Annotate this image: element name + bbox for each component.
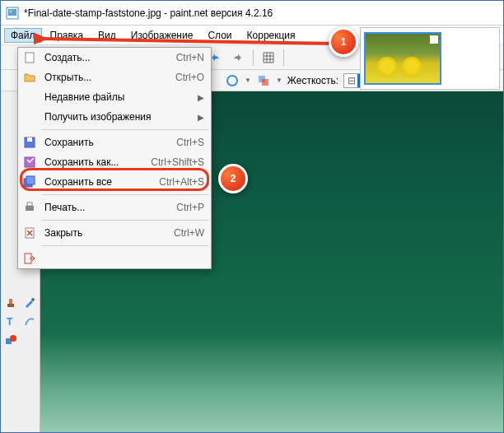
menu-item-new[interactable]: Создать... Ctrl+N — [18, 48, 211, 68]
blend-icon[interactable] — [256, 73, 271, 88]
menu-item-acquire[interactable]: Получить изображения ▶ — [18, 107, 211, 127]
svg-point-2 — [10, 10, 12, 12]
close-icon — [21, 226, 38, 240]
menu-edit[interactable]: Правка — [44, 28, 91, 43]
menu-item-exit[interactable] — [18, 249, 211, 268]
window-title: *Final-date-stamp-faststone.jpg - paint.… — [24, 7, 273, 19]
line-tool-icon[interactable] — [21, 312, 39, 330]
dropdown-icon[interactable]: ▼ — [245, 77, 251, 84]
callout-1: 1 — [329, 27, 358, 57]
print-icon — [21, 201, 38, 214]
menu-adjustments[interactable]: Коррекция — [240, 28, 302, 43]
hardness-label: Жесткость: — [287, 75, 338, 86]
menu-item-open[interactable]: Открыть... Ctrl+O — [18, 68, 211, 87]
svg-rect-6 — [7, 304, 14, 307]
svg-rect-17 — [26, 176, 35, 184]
titlebar: *Final-date-stamp-faststone.jpg - paint.… — [1, 1, 503, 26]
shapes-tool-icon[interactable] — [2, 331, 20, 349]
svg-rect-12 — [26, 53, 34, 63]
toolbar-redo-icon[interactable] — [228, 48, 248, 68]
submenu-arrow-icon: ▶ — [198, 93, 204, 102]
menu-item-close[interactable]: Закрыть Ctrl+W — [18, 223, 211, 243]
menu-view[interactable]: Вид — [91, 28, 123, 43]
menu-item-recent[interactable]: Недавние файлы ▶ — [18, 87, 211, 107]
tool-placeholder — [21, 331, 39, 349]
svg-text:T: T — [7, 316, 13, 328]
menu-separator — [41, 194, 209, 195]
menu-item-save[interactable]: Сохранить Ctrl+S — [18, 133, 211, 152]
svg-point-8 — [31, 298, 35, 301]
svg-rect-1 — [8, 9, 16, 16]
dropdown-icon[interactable]: ▼ — [276, 77, 282, 84]
save-icon — [21, 136, 38, 149]
svg-rect-7 — [9, 299, 12, 304]
menu-item-print[interactable]: Печать... Ctrl+P — [18, 198, 211, 217]
menu-separator — [41, 129, 209, 130]
toolbar-separator — [253, 49, 254, 66]
app-window: *Final-date-stamp-faststone.jpg - paint.… — [0, 0, 504, 433]
submenu-arrow-icon: ▶ — [198, 113, 204, 122]
menu-layers[interactable]: Слои — [201, 28, 238, 43]
recolor-tool-icon[interactable] — [21, 293, 39, 311]
antialias-icon[interactable] — [225, 73, 240, 88]
save-as-icon — [21, 156, 38, 169]
toolbar-separator — [283, 49, 284, 66]
svg-point-3 — [227, 76, 237, 86]
svg-rect-18 — [26, 206, 34, 211]
menu-separator — [41, 245, 209, 246]
open-folder-icon — [21, 71, 38, 84]
image-thumbnail[interactable] — [364, 32, 441, 85]
clone-stamp-tool-icon[interactable] — [2, 293, 20, 311]
callout-2: 2 — [218, 164, 248, 193]
file-menu-dropdown: Создать... Ctrl+N Открыть... Ctrl+O Неда… — [17, 47, 212, 269]
svg-rect-19 — [27, 203, 32, 206]
app-icon — [6, 7, 19, 20]
text-tool-icon[interactable]: T — [2, 312, 20, 330]
toolbar-grid-icon[interactable] — [259, 48, 278, 68]
menu-item-save-all[interactable]: Сохранить все Ctrl+Alt+S — [18, 172, 211, 192]
menu-file[interactable]: Файл — [4, 28, 42, 43]
menu-item-save-as[interactable]: Сохранить как... Ctrl+Shift+S — [18, 152, 211, 172]
new-file-icon — [21, 51, 38, 64]
image-thumbnail-strip — [360, 27, 500, 90]
svg-rect-5 — [262, 79, 268, 86]
svg-point-11 — [10, 335, 16, 342]
menu-separator — [41, 220, 209, 221]
save-all-icon — [21, 175, 38, 189]
exit-icon — [21, 252, 38, 265]
svg-rect-14 — [27, 137, 32, 142]
menu-image[interactable]: Изображение — [124, 28, 200, 43]
